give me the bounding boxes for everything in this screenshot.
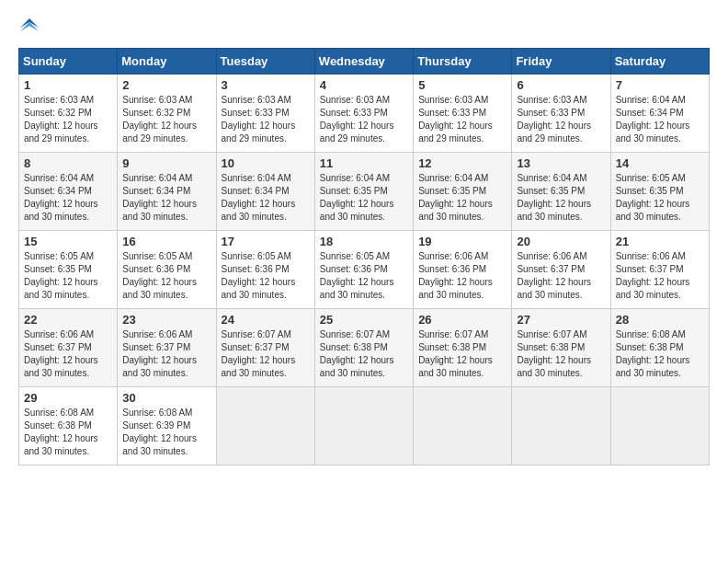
calendar-cell: 17Sunrise: 6:05 AMSunset: 6:36 PMDayligh… <box>216 231 314 309</box>
calendar-header-row: SundayMondayTuesdayWednesdayThursdayFrid… <box>19 49 710 75</box>
calendar-cell: 4Sunrise: 6:03 AMSunset: 6:33 PMDaylight… <box>314 75 413 153</box>
day-number: 14 <box>616 156 704 170</box>
day-number: 16 <box>122 235 210 248</box>
day-info: Sunrise: 6:04 AMSunset: 6:34 PMDaylight:… <box>24 172 112 224</box>
day-info: Sunrise: 6:03 AMSunset: 6:32 PMDaylight:… <box>122 94 210 145</box>
calendar-week-1: 1Sunrise: 6:03 AMSunset: 6:32 PMDaylight… <box>19 75 710 153</box>
day-info: Sunrise: 6:08 AMSunset: 6:39 PMDaylight:… <box>122 407 210 458</box>
header-monday: Monday <box>118 49 216 75</box>
calendar-cell: 28Sunrise: 6:08 AMSunset: 6:38 PMDayligh… <box>610 309 709 387</box>
day-number: 17 <box>222 235 310 248</box>
calendar-cell: 9Sunrise: 6:04 AMSunset: 6:34 PMDaylight… <box>118 153 216 231</box>
logo <box>18 18 39 39</box>
header-saturday: Saturday <box>610 49 709 75</box>
day-number: 22 <box>24 313 112 327</box>
calendar-cell: 8Sunrise: 6:04 AMSunset: 6:34 PMDaylight… <box>19 153 118 231</box>
day-number: 20 <box>517 235 605 248</box>
calendar-cell <box>610 387 709 465</box>
calendar-cell: 29Sunrise: 6:08 AMSunset: 6:38 PMDayligh… <box>19 387 118 465</box>
calendar-cell <box>414 387 512 465</box>
calendar-cell: 21Sunrise: 6:06 AMSunset: 6:37 PMDayligh… <box>610 231 709 309</box>
day-info: Sunrise: 6:03 AMSunset: 6:33 PMDaylight:… <box>418 94 506 145</box>
day-number: 8 <box>24 156 112 170</box>
calendar-cell: 30Sunrise: 6:08 AMSunset: 6:39 PMDayligh… <box>118 387 216 465</box>
day-number: 4 <box>320 78 408 92</box>
calendar-cell: 16Sunrise: 6:05 AMSunset: 6:36 PMDayligh… <box>118 231 216 309</box>
calendar-cell <box>216 387 314 465</box>
day-info: Sunrise: 6:07 AMSunset: 6:38 PMDaylight:… <box>320 328 408 380</box>
day-info: Sunrise: 6:03 AMSunset: 6:33 PMDaylight:… <box>517 94 605 145</box>
calendar-cell <box>314 387 413 465</box>
day-number: 1 <box>24 78 112 92</box>
day-info: Sunrise: 6:07 AMSunset: 6:37 PMDaylight:… <box>222 328 310 380</box>
calendar-cell: 5Sunrise: 6:03 AMSunset: 6:33 PMDaylight… <box>414 75 512 153</box>
calendar-cell: 7Sunrise: 6:04 AMSunset: 6:34 PMDaylight… <box>610 75 709 153</box>
header-friday: Friday <box>512 49 610 75</box>
day-info: Sunrise: 6:04 AMSunset: 6:35 PMDaylight:… <box>517 172 605 224</box>
day-info: Sunrise: 6:05 AMSunset: 6:35 PMDaylight:… <box>616 172 704 224</box>
calendar-cell: 18Sunrise: 6:05 AMSunset: 6:36 PMDayligh… <box>314 231 413 309</box>
calendar-cell: 3Sunrise: 6:03 AMSunset: 6:33 PMDaylight… <box>216 75 314 153</box>
day-number: 11 <box>320 156 408 170</box>
calendar-cell: 24Sunrise: 6:07 AMSunset: 6:37 PMDayligh… <box>216 309 314 387</box>
calendar-cell: 22Sunrise: 6:06 AMSunset: 6:37 PMDayligh… <box>19 309 118 387</box>
calendar-week-5: 29Sunrise: 6:08 AMSunset: 6:38 PMDayligh… <box>19 387 710 465</box>
calendar-cell: 25Sunrise: 6:07 AMSunset: 6:38 PMDayligh… <box>314 309 413 387</box>
calendar-cell: 11Sunrise: 6:04 AMSunset: 6:35 PMDayligh… <box>314 153 413 231</box>
day-number: 5 <box>418 78 506 92</box>
calendar-week-2: 8Sunrise: 6:04 AMSunset: 6:34 PMDaylight… <box>19 153 710 231</box>
calendar-cell: 27Sunrise: 6:07 AMSunset: 6:38 PMDayligh… <box>512 309 610 387</box>
header-wednesday: Wednesday <box>314 49 413 75</box>
calendar-cell: 26Sunrise: 6:07 AMSunset: 6:38 PMDayligh… <box>414 309 512 387</box>
day-number: 28 <box>616 313 704 327</box>
day-info: Sunrise: 6:05 AMSunset: 6:35 PMDaylight:… <box>24 250 112 302</box>
day-info: Sunrise: 6:08 AMSunset: 6:38 PMDaylight:… <box>24 407 112 458</box>
day-number: 23 <box>122 313 210 327</box>
calendar-cell: 10Sunrise: 6:04 AMSunset: 6:34 PMDayligh… <box>216 153 314 231</box>
day-info: Sunrise: 6:03 AMSunset: 6:33 PMDaylight:… <box>222 94 310 145</box>
day-info: Sunrise: 6:05 AMSunset: 6:36 PMDaylight:… <box>320 250 408 302</box>
day-info: Sunrise: 6:06 AMSunset: 6:36 PMDaylight:… <box>418 250 506 302</box>
day-info: Sunrise: 6:06 AMSunset: 6:37 PMDaylight:… <box>122 328 210 380</box>
day-info: Sunrise: 6:04 AMSunset: 6:34 PMDaylight:… <box>122 172 210 224</box>
day-info: Sunrise: 6:04 AMSunset: 6:35 PMDaylight:… <box>320 172 408 224</box>
day-info: Sunrise: 6:06 AMSunset: 6:37 PMDaylight:… <box>517 250 605 302</box>
day-info: Sunrise: 6:04 AMSunset: 6:35 PMDaylight:… <box>418 172 506 224</box>
calendar-cell: 1Sunrise: 6:03 AMSunset: 6:32 PMDaylight… <box>19 75 118 153</box>
logo-icon <box>20 18 39 37</box>
calendar-cell <box>512 387 610 465</box>
day-number: 10 <box>222 156 310 170</box>
header-tuesday: Tuesday <box>216 49 314 75</box>
calendar-cell: 13Sunrise: 6:04 AMSunset: 6:35 PMDayligh… <box>512 153 610 231</box>
day-number: 15 <box>24 235 112 248</box>
calendar-week-4: 22Sunrise: 6:06 AMSunset: 6:37 PMDayligh… <box>19 309 710 387</box>
day-info: Sunrise: 6:05 AMSunset: 6:36 PMDaylight:… <box>122 250 210 302</box>
day-info: Sunrise: 6:07 AMSunset: 6:38 PMDaylight:… <box>517 328 605 380</box>
day-info: Sunrise: 6:03 AMSunset: 6:32 PMDaylight:… <box>24 94 112 145</box>
day-number: 24 <box>222 313 310 327</box>
calendar-cell: 6Sunrise: 6:03 AMSunset: 6:33 PMDaylight… <box>512 75 610 153</box>
day-number: 13 <box>517 156 605 170</box>
calendar-cell: 14Sunrise: 6:05 AMSunset: 6:35 PMDayligh… <box>610 153 709 231</box>
day-info: Sunrise: 6:06 AMSunset: 6:37 PMDaylight:… <box>616 250 704 302</box>
day-number: 9 <box>122 156 210 170</box>
calendar-cell: 20Sunrise: 6:06 AMSunset: 6:37 PMDayligh… <box>512 231 610 309</box>
day-number: 25 <box>320 313 408 327</box>
day-info: Sunrise: 6:06 AMSunset: 6:37 PMDaylight:… <box>24 328 112 380</box>
day-number: 6 <box>517 78 605 92</box>
calendar: SundayMondayTuesdayWednesdayThursdayFrid… <box>18 48 710 465</box>
day-number: 26 <box>418 313 506 327</box>
day-number: 2 <box>122 78 210 92</box>
svg-marker-1 <box>20 22 39 31</box>
day-number: 29 <box>24 391 112 405</box>
calendar-cell: 15Sunrise: 6:05 AMSunset: 6:35 PMDayligh… <box>19 231 118 309</box>
day-info: Sunrise: 6:05 AMSunset: 6:36 PMDaylight:… <box>222 250 310 302</box>
day-number: 30 <box>122 391 210 405</box>
header-sunday: Sunday <box>19 49 118 75</box>
day-number: 21 <box>616 235 704 248</box>
day-info: Sunrise: 6:03 AMSunset: 6:33 PMDaylight:… <box>320 94 408 145</box>
day-info: Sunrise: 6:04 AMSunset: 6:34 PMDaylight:… <box>222 172 310 224</box>
day-info: Sunrise: 6:04 AMSunset: 6:34 PMDaylight:… <box>616 94 704 145</box>
day-info: Sunrise: 6:08 AMSunset: 6:38 PMDaylight:… <box>616 328 704 380</box>
day-number: 19 <box>418 235 506 248</box>
